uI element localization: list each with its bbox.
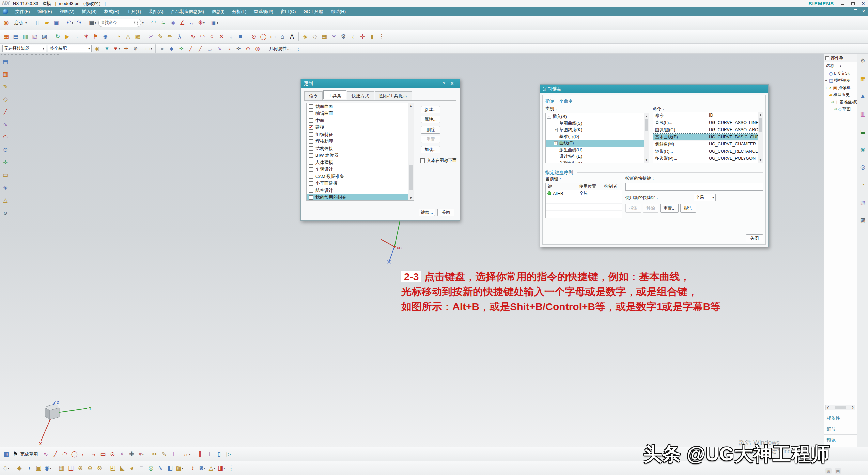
cmd-chamfer[interactable]: 倒斜角(M)... UG_CURVE_CHAMFER [653,141,758,148]
toolbar-item[interactable]: 组织特征 [307,131,408,138]
command-table-scrollbar[interactable]: ▲▼ [758,112,763,163]
bottom-overflow-icon[interactable]: ⋮ [227,463,235,473]
start-menu-button[interactable]: 启动 [11,18,29,28]
spline-icon[interactable]: ∿ [215,45,224,53]
dialog-close-icon[interactable]: ✕ [448,81,456,86]
search-options-icon[interactable]: ▾ [142,21,144,25]
text-icon[interactable]: A [288,32,296,42]
sep[interactable] [112,32,112,41]
edit-pencil-icon[interactable]: ✏ [166,32,174,42]
row-overflow-icon[interactable]: ⋮ [294,45,303,53]
toolbar-checkbox[interactable] [309,104,313,109]
toolbar-drag-handle[interactable] [1,54,28,56]
shaded-ball-icon[interactable]: ● [158,45,167,53]
sep[interactable] [186,32,186,41]
cmd-basic-curves[interactable]: 基本曲线(B)... UG_CURVE_BASIC_CURVES [653,134,758,141]
quick-extend-icon[interactable]: ✎ [159,449,168,459]
menu-preferences[interactable]: 首选项(P) [250,7,277,16]
swirl-surface-icon[interactable]: ✶ [329,32,338,42]
mirror-feature-icon[interactable]: ◫ [66,463,75,473]
shell-icon[interactable]: ◰ [108,463,117,473]
remove-button[interactable]: 移除 [643,204,658,213]
restore-button[interactable] [850,1,856,6]
assign-button[interactable]: 指派 [625,204,641,213]
status-window-icon[interactable]: ▤ [835,468,841,474]
tree-datum-point[interactable]: 基准/点(D) [546,134,644,140]
gear-tool-icon[interactable]: ⚙ [339,32,348,42]
measure-distance-icon[interactable]: ↔ [187,18,196,28]
toolbar-overflow-icon[interactable]: ⋮ [377,32,386,42]
undo-icon[interactable]: ↶ [65,18,74,28]
key-row-empty[interactable] [546,197,622,204]
menu-format[interactable]: 格式(R) [100,7,123,16]
sketch-polygon-icon[interactable]: ⊙ [108,449,117,459]
tree-assoc-copy[interactable]: 关联复制(A) [546,160,644,163]
edge-blend-icon[interactable]: ◕ [127,463,136,473]
sep[interactable] [264,44,264,53]
toolbar-checkbox[interactable] [309,160,313,165]
id-column-header[interactable]: ID [707,112,715,119]
sketch-arc-icon[interactable]: ◠ [60,449,69,459]
node-model-views[interactable]: + ◫ 模型视图 [824,77,857,84]
feature-info-icon[interactable]: ◧ [166,463,174,473]
hexagon-icon[interactable]: ⊙ [249,32,258,42]
line-tool-icon[interactable]: ╱ [1,107,10,117]
flag-icon[interactable]: ⚑ [91,32,100,42]
menu-edit[interactable]: 编辑(E) [34,7,56,16]
menu-insert[interactable]: 插入(S) [78,7,100,16]
toolbar-checkbox[interactable] [309,125,313,130]
diameter-tool-icon[interactable]: ⌀ [1,208,10,217]
part-family-icon[interactable]: ▦ [2,32,11,42]
sep[interactable] [247,32,247,41]
tab-commands[interactable]: 命令 [304,91,323,100]
redo-icon[interactable]: ↷ [75,18,84,28]
toolbar-checkbox[interactable] [309,195,313,200]
process-studio-icon[interactable]: ▧ [859,198,867,206]
reset-keys-button[interactable]: 重置... [660,204,679,213]
helix-icon[interactable]: ∿ [188,32,197,42]
reuse-library-icon[interactable]: ▤ [859,127,867,136]
thread-icon[interactable]: ≡ [137,463,146,473]
sep[interactable] [55,464,55,473]
child-close-button[interactable]: ✕ [862,9,865,14]
sweep-icon[interactable]: ∿ [156,463,165,473]
expression-lambda-icon[interactable]: λ [175,32,184,42]
toolbar-item[interactable]: 中面 [307,117,408,124]
toolbar-checkbox[interactable] [309,146,313,151]
toolbar-checkbox[interactable] [309,132,313,137]
sketch-fillet-icon[interactable]: ⌐ [79,449,88,459]
cmd-line[interactable]: 直线(L)... UG_CURVE_ASSO_LINE [653,119,758,126]
play-toolbar-icon[interactable]: ▶ [63,32,72,42]
cmd-arc-circle[interactable]: 圆弧/圆(C)... UG_CURVE_ASSO_ARC [653,126,758,134]
toolbar-item[interactable]: 人体建模 [307,159,408,166]
tree-derived-curve[interactable]: 派生曲线(U) [546,147,644,154]
sketch-chamfer-icon[interactable]: ¬ [89,449,98,459]
category-tree-scrollbar[interactable]: ▲▼ [644,113,649,163]
wave-link-icon[interactable]: ≈ [72,32,81,42]
assembly-navigator-icon[interactable]: ▦ [859,74,867,82]
filter-face-icon[interactable]: ▼ [103,45,111,53]
tab-icons-tooltips[interactable]: 图标/工具提示 [375,91,412,100]
menu-analysis[interactable]: 分析(L) [228,7,250,16]
node-datum-csys[interactable]: ☑ ✛ 基准坐标系 [824,98,857,106]
sep[interactable] [193,450,193,459]
sketch-line-icon[interactable]: ╱ [51,449,60,459]
trim-scissors-icon[interactable]: ✂ [146,32,155,42]
datum-plane-icon[interactable]: ◇ [2,463,11,473]
reset-button[interactable]: 重置 [421,136,440,143]
cylinder-tool-icon[interactable]: ▮ [368,32,376,42]
toolbar-item[interactable]: 截面曲面 [307,103,408,110]
facet-body-icon[interactable]: ◈ [301,32,310,42]
tube-icon[interactable]: ◎ [146,463,155,473]
menu-gc-toolbox[interactable]: GC工具箱 [299,7,327,16]
sketch-circle-icon[interactable]: ◯ [70,449,79,459]
sep[interactable] [147,18,147,27]
view-layout-icon[interactable]: ▦ [1,69,10,79]
print-icon[interactable]: ▨ [40,32,49,42]
toolbar-item[interactable]: 焊接助理 [307,138,408,145]
offset-shape-icon[interactable]: ♥ [137,449,145,459]
load-button[interactable]: 加载... [421,146,440,153]
sep[interactable] [51,32,51,41]
tree-insert[interactable]: − 插入(S) [546,113,644,120]
axis-tool-icon[interactable]: ✛ [358,32,367,42]
